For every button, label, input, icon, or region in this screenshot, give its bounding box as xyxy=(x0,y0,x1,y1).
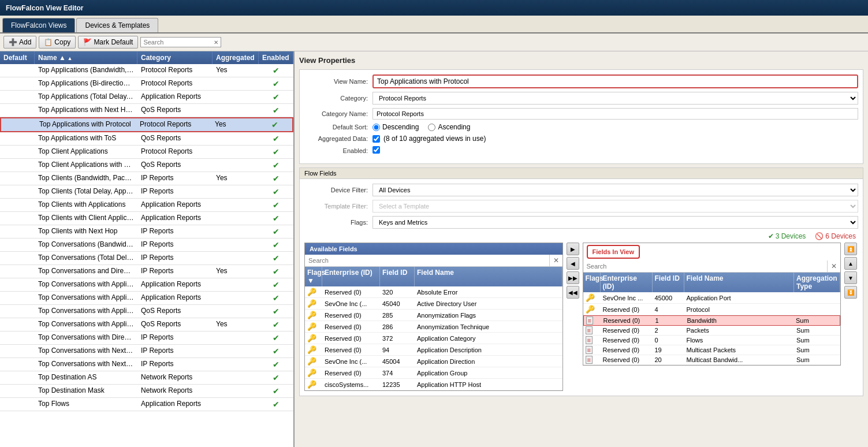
enabled-checkbox[interactable] xyxy=(372,146,380,154)
category-name-label: Category Name: xyxy=(304,110,368,117)
search-box: ✕ xyxy=(140,37,221,47)
inview-search-clear[interactable]: ✕ xyxy=(827,260,840,272)
sort-up-button[interactable]: ▲ xyxy=(844,257,857,270)
row-aggregated xyxy=(213,239,259,251)
list-item[interactable]: Top Conversations with Next H... IP Repo… xyxy=(0,358,293,371)
move-right-all-button[interactable]: ▶▶ xyxy=(567,271,579,284)
list-item[interactable]: Top Client Applications Protocol Reports… xyxy=(0,146,293,159)
available-field-row[interactable]: 🔑 Reserved (0) 320 Absolute Error xyxy=(305,286,562,298)
flow-fields-section: Flow Fields Device Filter: All Devices T… xyxy=(299,167,863,396)
row-aggregated xyxy=(213,305,259,318)
list-item[interactable]: Top Clients (Total Delay, Applic... IP R… xyxy=(0,185,293,199)
available-field-row[interactable]: 🔑 Reserved (0) 94 Application Descriptio… xyxy=(305,344,562,356)
list-item[interactable]: Top Clients with Client Applicat... Appl… xyxy=(0,212,293,225)
list-item[interactable]: Top Conversations (Bandwidth,... IP Repo… xyxy=(0,239,293,252)
row-default xyxy=(0,212,35,225)
aggregated-data-checkbox[interactable] xyxy=(372,135,380,143)
row-default xyxy=(0,305,35,318)
inview-field-row[interactable]: ≡ Reserved (0) 20 Multicast Bandwid... S… xyxy=(583,355,841,365)
list-item[interactable]: Top Conversations with Applica... QoS Re… xyxy=(0,305,293,318)
inview-field-row[interactable]: ≡ Reserved (0) 1 Bandwidth Sum xyxy=(583,315,841,326)
list-item[interactable]: Top Destination Mask Network Reports ✔ xyxy=(0,385,293,398)
row-name: Top Conversations with Applica... xyxy=(35,278,137,291)
list-item[interactable]: Top Clients with Next Hop IP Reports ✔ xyxy=(0,225,293,239)
available-field-row[interactable]: 🔑 SevOne Inc (... 45040 Active Directory… xyxy=(305,298,562,310)
sort-bottom-button[interactable]: ⏬ xyxy=(844,286,857,299)
add-button[interactable]: ➕ Add xyxy=(3,36,36,49)
list-item[interactable]: Top Conversations and Direction IP Repor… xyxy=(0,265,293,278)
template-filter-row: Template Filter: Select a Template xyxy=(304,200,858,213)
enabled-value xyxy=(372,146,858,155)
row-default xyxy=(0,132,35,145)
af-fieldid: 372 xyxy=(380,334,415,343)
row-enabled: ✔ xyxy=(259,104,293,117)
available-field-row[interactable]: 🔑 Reserved (0) 285 Anonymization Flags xyxy=(305,310,562,321)
mark-default-button[interactable]: 🚩 Mark Default xyxy=(78,36,138,49)
available-field-row[interactable]: 🔑 SevOne Inc (... 45004 Application Dire… xyxy=(305,356,562,367)
flags-select[interactable]: Keys and Metrics xyxy=(372,216,858,229)
row-name: Top Clients with Next Hop xyxy=(35,225,137,238)
list-item[interactable]: Top Conversations with Applica... QoS Re… xyxy=(0,318,293,331)
view-name-input[interactable] xyxy=(372,74,858,88)
radio-ascending-input[interactable] xyxy=(428,124,435,131)
list-item[interactable]: Top Applications with Next Ho... QoS Rep… xyxy=(0,104,293,117)
inview-field-row[interactable]: ≡ Reserved (0) 0 Flows Sum xyxy=(583,336,841,345)
list-item[interactable]: Top Clients (Bandwidth, Packet... IP Rep… xyxy=(0,172,293,185)
list-item[interactable]: Top Conversations with Applica... Applic… xyxy=(0,278,293,292)
available-search-input[interactable] xyxy=(305,255,549,266)
device-filter-select[interactable]: All Devices xyxy=(372,184,858,196)
tab-devices-templates[interactable]: Devices & Templates xyxy=(76,18,158,32)
sort-top-button[interactable]: ⏫ xyxy=(844,243,857,255)
available-field-row[interactable]: 🔑 Reserved (0) 372 Application Category xyxy=(305,333,562,344)
list-item[interactable]: Top Conversations with Direction IP Repo… xyxy=(0,331,293,345)
form-section-basic: View Name: Category: Protocol Reports Ca… xyxy=(299,69,863,164)
list-item[interactable]: Top Destination AS Network Reports ✔ xyxy=(0,371,293,385)
af-enterprise: Reserved (0) xyxy=(322,345,380,355)
list-item[interactable]: Top Clients with Applications Applicatio… xyxy=(0,199,293,212)
list-item[interactable]: Top Applications with Protocol Protocol … xyxy=(0,117,293,132)
row-enabled: ✔ xyxy=(259,159,293,172)
list-item[interactable]: Top Applications (Bi-directional) Protoc… xyxy=(0,77,293,91)
radio-ascending[interactable]: Ascending xyxy=(428,123,470,131)
list-item[interactable]: Top Flows Application Reports ✔ xyxy=(0,398,293,411)
inview-field-row[interactable]: 🔑 Reserved (0) 4 Protocol xyxy=(583,304,841,315)
radio-descending[interactable]: Descending xyxy=(372,123,419,131)
list-item[interactable]: Top Conversations (Total Delay... IP Rep… xyxy=(0,252,293,265)
row-default xyxy=(0,318,35,331)
sort-down-button[interactable]: ▼ xyxy=(844,271,857,284)
inview-search-input[interactable] xyxy=(583,260,828,272)
search-clear-button[interactable]: ✕ xyxy=(214,39,218,46)
row-enabled: ✔ xyxy=(259,318,293,331)
available-field-row[interactable]: 🔑 ciscoSystems... 12235 Application HTTP… xyxy=(305,379,562,390)
list-item[interactable]: Top Applications (Bandwidth, P... Protoc… xyxy=(0,64,293,77)
available-search-clear[interactable]: ✕ xyxy=(549,255,562,266)
tab-flowfalcon-views[interactable]: FlowFalcon Views xyxy=(2,18,75,32)
row-aggregated: Yes xyxy=(213,265,259,278)
move-right-button[interactable]: ▶ xyxy=(567,243,579,255)
list-item[interactable]: Top Applications with ToS QoS Reports ✔ xyxy=(0,132,293,146)
inview-field-row[interactable]: ≡ Reserved (0) 2 Packets Sum xyxy=(583,326,841,336)
available-field-row[interactable]: 🔑 Reserved (0) 286 Anonymization Techniq… xyxy=(305,321,562,333)
move-left-button[interactable]: ◀ xyxy=(567,257,579,270)
iv-fieldname: Multicast Packets xyxy=(684,345,795,355)
copy-button[interactable]: 📋 Copy xyxy=(39,36,76,49)
available-field-row[interactable]: 🔑 Reserved (0) 374 Application Group xyxy=(305,367,562,379)
list-item[interactable]: Top Conversations with Next H... IP Repo… xyxy=(0,345,293,358)
col-name[interactable]: Name ▲ xyxy=(35,51,137,64)
row-enabled: ✔ xyxy=(259,146,293,158)
template-filter-select[interactable]: Select a Template xyxy=(372,200,858,213)
metric-icon: ≡ xyxy=(586,336,593,344)
search-input[interactable] xyxy=(143,39,213,46)
inview-field-row[interactable]: 🔑 SevOne Inc ... 45000 Application Port xyxy=(583,292,841,304)
list-item[interactable]: Top Client Applications with ToS QoS Rep… xyxy=(0,159,293,172)
category-select[interactable]: Protocol Reports xyxy=(372,92,858,105)
move-left-all-button[interactable]: ◀◀ xyxy=(567,286,579,299)
category-name-input[interactable] xyxy=(372,108,858,120)
row-aggregated xyxy=(213,278,259,291)
list-item[interactable]: Top Conversations with Applica... Applic… xyxy=(0,292,293,305)
af-fieldid: 374 xyxy=(380,368,415,378)
inview-field-row[interactable]: ≡ Reserved (0) 19 Multicast Packets Sum xyxy=(583,345,841,355)
list-item[interactable]: Top Applications (Total Delay, ... Appli… xyxy=(0,91,293,104)
radio-descending-input[interactable] xyxy=(372,124,380,131)
avail-col-flags[interactable]: Flags ▼ xyxy=(305,267,322,286)
